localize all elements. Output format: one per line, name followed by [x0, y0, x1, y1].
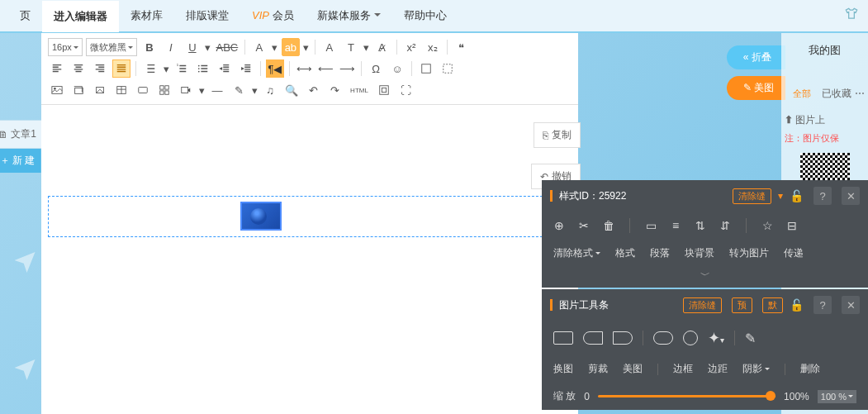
- music-button[interactable]: ♫: [261, 81, 279, 99]
- fold-button[interactable]: « 折叠: [727, 45, 785, 69]
- zoom-slider[interactable]: [598, 395, 776, 397]
- fullscreen-button[interactable]: [375, 81, 393, 99]
- extra-1-button[interactable]: [417, 59, 435, 78]
- text-box-button[interactable]: A: [320, 38, 339, 56]
- shape-rect[interactable]: [553, 331, 573, 345]
- crop-option[interactable]: 剪裁: [588, 362, 608, 376]
- selection-frame[interactable]: [48, 196, 572, 237]
- shadow-option[interactable]: 阴影: [742, 362, 770, 376]
- to-image-option[interactable]: 转为图片: [729, 246, 769, 260]
- omega-button[interactable]: Ω: [367, 59, 385, 78]
- shape-star[interactable]: ✦▾: [708, 329, 724, 347]
- outdent-button[interactable]: [216, 59, 234, 78]
- clear-gap-button[interactable]: 清除缝: [733, 188, 771, 204]
- tab-more[interactable]: ⋯: [855, 88, 865, 99]
- align-center-button[interactable]: [69, 59, 88, 78]
- quote-button[interactable]: ❝: [453, 38, 471, 56]
- lock-icon[interactable]: 🔓: [790, 298, 804, 312]
- card-button[interactable]: [134, 81, 152, 99]
- search-button[interactable]: 🔍: [282, 81, 301, 99]
- eyedropper-icon[interactable]: ✎: [745, 331, 756, 346]
- table-button[interactable]: [112, 81, 130, 99]
- collapse-icon[interactable]: ⊟: [783, 217, 801, 235]
- brush-dropdown[interactable]: ▾: [251, 81, 258, 99]
- lock-icon[interactable]: 🔓: [790, 189, 804, 202]
- editor-canvas[interactable]: [41, 105, 578, 414]
- shape-half-left[interactable]: [583, 331, 603, 345]
- transfer-option[interactable]: 传递: [784, 246, 804, 260]
- expand-more[interactable]: ﹀: [542, 267, 868, 288]
- hr-button[interactable]: —: [208, 81, 226, 99]
- video-button[interactable]: [177, 81, 195, 99]
- subscript-button[interactable]: x₂: [424, 38, 442, 56]
- nav-material[interactable]: 素材库: [119, 0, 174, 31]
- shape-half-right[interactable]: [613, 331, 633, 345]
- img-default[interactable]: 默: [762, 297, 783, 313]
- selected-image[interactable]: [240, 202, 282, 231]
- text-style-button[interactable]: T: [342, 38, 360, 56]
- indent-button[interactable]: [237, 59, 255, 78]
- image-button[interactable]: [48, 81, 66, 99]
- nav-layout[interactable]: 排版课堂: [174, 0, 240, 31]
- text-style-dropdown[interactable]: ▾: [363, 38, 370, 56]
- beauty-button[interactable]: ✎ 美图: [727, 76, 785, 100]
- multi-image-button[interactable]: [69, 81, 88, 99]
- align-lines-icon[interactable]: ≡: [666, 217, 685, 235]
- paragraph-option[interactable]: 段落: [650, 246, 670, 260]
- align-justify-button[interactable]: [112, 59, 130, 78]
- tag-dropdown[interactable]: ▾: [778, 190, 783, 202]
- align-h-icon[interactable]: ▭: [642, 217, 660, 235]
- clear-format-option[interactable]: 清除格式: [553, 246, 600, 260]
- new-button[interactable]: ＋ 新 建: [0, 149, 41, 173]
- margin-option[interactable]: 边距: [708, 362, 728, 376]
- smile-button[interactable]: ☺: [388, 59, 406, 78]
- line-height-button[interactable]: [141, 59, 159, 78]
- line-height-dropdown[interactable]: ▾: [163, 59, 169, 78]
- tshirt-icon[interactable]: [843, 6, 860, 26]
- spacing-btn-3[interactable]: ⟶: [338, 59, 356, 78]
- zoom-value-select[interactable]: 100 %: [818, 390, 856, 403]
- extra-2-button[interactable]: [439, 59, 457, 78]
- zoom-thumb[interactable]: [766, 391, 776, 401]
- tab-favorited[interactable]: 已收藏: [822, 88, 851, 99]
- add-icon[interactable]: ⊕: [550, 217, 568, 235]
- close-button[interactable]: ✕: [842, 296, 860, 314]
- delete-icon[interactable]: 🗑: [600, 217, 618, 235]
- sort-desc-icon[interactable]: ⇵: [716, 217, 734, 235]
- ordered-list-button[interactable]: 1: [173, 59, 191, 78]
- delete-option[interactable]: 删除: [800, 362, 820, 376]
- letter-spacing-button[interactable]: ⟷: [295, 59, 313, 78]
- block-marker-button[interactable]: ¶◀: [266, 59, 284, 78]
- undo-button[interactable]: ↶: [304, 81, 322, 99]
- img-clear-gap[interactable]: 清除缝: [683, 297, 722, 313]
- align-left-button[interactable]: [48, 59, 66, 78]
- beauty-option[interactable]: 美图: [623, 362, 643, 376]
- align-right-button[interactable]: [91, 59, 109, 78]
- brush-button[interactable]: ✎: [230, 81, 248, 99]
- format-option[interactable]: 格式: [615, 246, 635, 260]
- tab-all[interactable]: 全部: [786, 84, 818, 103]
- link-button[interactable]: [91, 81, 109, 99]
- underline-dropdown[interactable]: ▾: [205, 38, 211, 56]
- help-button[interactable]: ?: [813, 187, 832, 205]
- expand-button[interactable]: ⛶: [396, 81, 415, 99]
- unordered-list-button[interactable]: [194, 59, 212, 78]
- font-color-button[interactable]: A: [250, 38, 268, 56]
- superscript-button[interactable]: x²: [402, 38, 420, 56]
- clear-format-button[interactable]: A̷: [373, 38, 391, 56]
- grid-button[interactable]: [155, 81, 173, 99]
- block-bg-option[interactable]: 块背景: [685, 246, 714, 260]
- article-tab[interactable]: 🗎 文章1: [0, 120, 41, 149]
- video-dropdown[interactable]: ▾: [198, 81, 205, 99]
- shape-circle[interactable]: [683, 331, 698, 345]
- nav-editor[interactable]: 进入编辑器: [42, 1, 119, 32]
- cut-icon[interactable]: ✂: [575, 217, 593, 235]
- nav-vip[interactable]: VIP 会员: [240, 0, 306, 31]
- img-preview[interactable]: 预: [732, 297, 752, 313]
- font-size-select[interactable]: 16px: [48, 38, 83, 56]
- copy-button[interactable]: ⎘ 复制: [534, 122, 581, 148]
- swap-image-option[interactable]: 换图: [553, 362, 573, 376]
- highlight-dropdown[interactable]: ▾: [303, 38, 310, 56]
- sort-asc-icon[interactable]: ⇅: [691, 217, 709, 235]
- highlight-button[interactable]: ab: [282, 38, 300, 56]
